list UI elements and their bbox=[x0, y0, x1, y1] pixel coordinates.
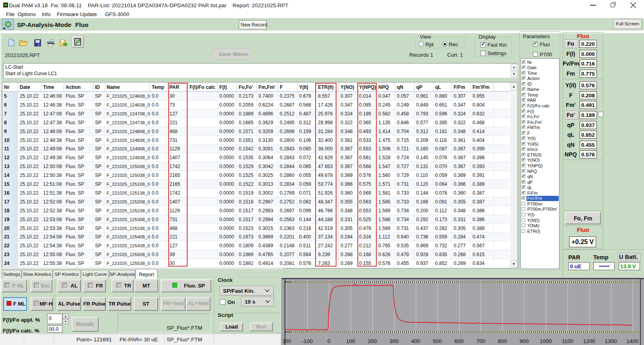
svg-text:PAM: PAM bbox=[4, 3, 6, 4]
svg-text:Fluo: Fluo bbox=[4, 6, 6, 7]
